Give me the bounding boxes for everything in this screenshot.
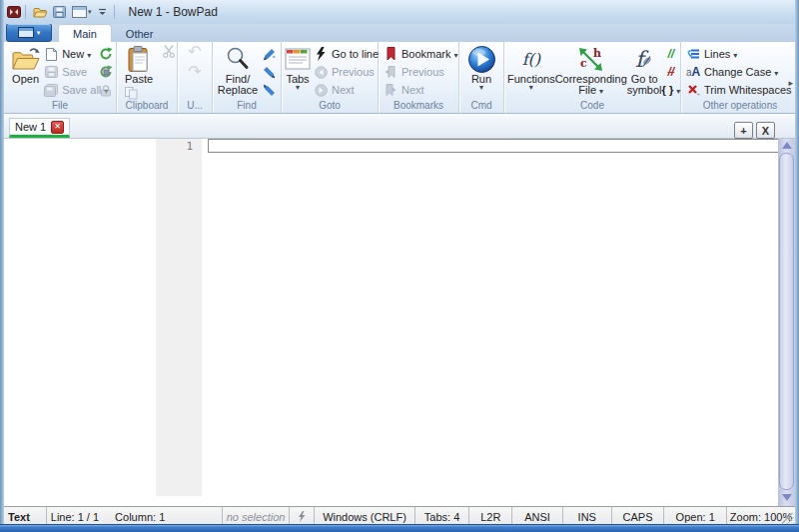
find-previous-button[interactable] xyxy=(262,81,276,99)
app-menu-window-icon xyxy=(18,27,34,38)
save-icon xyxy=(53,6,66,18)
chevron-down-icon: ▾ xyxy=(529,85,533,91)
save-all-icon xyxy=(44,83,58,97)
tabs-button[interactable]: Tabs ▾ xyxy=(285,43,311,99)
scroll-down-button[interactable] xyxy=(778,490,795,505)
write-protect-button[interactable] xyxy=(99,81,113,99)
window-border-bottom xyxy=(0,524,799,532)
find-mark-button[interactable] xyxy=(262,45,276,63)
find-next-button[interactable] xyxy=(262,63,276,81)
status-bar: Text Line: 1 / 1 Column: 1 no selection … xyxy=(4,506,795,526)
ribbon-overflow-arrow-icon[interactable]: ▸ xyxy=(788,78,793,88)
scroll-up-button[interactable] xyxy=(778,138,795,153)
run-button[interactable]: Run ▾ xyxy=(462,43,500,99)
ribbon-group-file: Open New Save Save all xyxy=(4,42,117,113)
scrollbar-thumb[interactable] xyxy=(779,153,794,490)
reload-encoding-button[interactable] xyxy=(99,63,113,81)
window-title: New 1 - BowPad xyxy=(129,5,218,19)
qat-customize-button[interactable] xyxy=(95,3,110,21)
qat-window-button[interactable]: ▾ xyxy=(69,3,95,21)
corresponding-file-button[interactable]: hc Corresponding File xyxy=(555,43,627,99)
ribbon-group-find: Find/ Replace Find xyxy=(213,42,282,113)
scissors-icon xyxy=(162,45,175,58)
uncomment-button[interactable]: // xyxy=(668,63,675,81)
change-case-button[interactable]: aA Change Case xyxy=(686,63,792,81)
change-case-icon: aA xyxy=(686,65,700,79)
bookmark-next-button[interactable]: Next xyxy=(384,81,458,99)
document-tab-label: New 1 xyxy=(15,121,46,133)
file-tree-panel[interactable] xyxy=(4,138,156,506)
folder-open-icon xyxy=(33,6,47,18)
save-button[interactable]: Save xyxy=(44,63,98,81)
ribbon-tab-other[interactable]: Other xyxy=(112,25,168,42)
document-tab-new1[interactable]: New 1 ✕ xyxy=(9,118,70,138)
open-button[interactable]: Open xyxy=(7,43,44,99)
braces-icon: { } xyxy=(662,84,681,96)
group-label-goto: Goto xyxy=(282,100,378,111)
ribbon-tab-row: ▾ Main Other xyxy=(4,24,795,42)
pen-flag-icon xyxy=(262,83,276,97)
magnifier-icon xyxy=(225,44,251,74)
chevron-down-icon: ▾ xyxy=(479,85,483,91)
go-to-line-button[interactable]: Go to line xyxy=(314,45,379,63)
add-tab-button[interactable]: + xyxy=(734,122,753,139)
redo-button[interactable]: ↷ xyxy=(188,63,201,81)
ribbon-group-code: f() Functions ▾ hc Corresponding File f … xyxy=(504,42,681,113)
functions-button[interactable]: f() Functions ▾ xyxy=(507,43,555,99)
bookmark-icon xyxy=(384,47,398,61)
ribbon-group-clipboard: Paste Clipboard xyxy=(117,42,178,113)
group-label-clipboard: Clipboard xyxy=(117,100,177,111)
circle-arrow-right-icon xyxy=(314,83,328,97)
document-tab-bar: New 1 ✕ + X xyxy=(4,114,795,139)
ribbon-group-cmd: Run ▾ Cmd xyxy=(459,42,504,113)
corresponding-file-icon: hc xyxy=(577,44,604,74)
copy-button[interactable] xyxy=(125,87,138,100)
braces-button[interactable]: { } xyxy=(662,81,681,99)
paste-clipboard-icon xyxy=(128,44,150,74)
find-replace-button[interactable]: Find/ Replace xyxy=(216,43,260,99)
close-tab-button[interactable]: X xyxy=(756,122,775,139)
tab-close-icon[interactable]: ✕ xyxy=(51,121,64,134)
lines-icon xyxy=(686,47,700,61)
run-play-icon xyxy=(467,44,496,74)
undo-button[interactable]: ↶ xyxy=(188,43,201,61)
ribbon-tab-main[interactable]: Main xyxy=(58,24,112,42)
group-label-file: File xyxy=(4,100,116,111)
ribbon-group-goto: Tabs ▾ Go to line Previous Next xyxy=(282,42,379,113)
line-number: 1 xyxy=(156,138,202,153)
svg-text:h: h xyxy=(593,47,601,60)
goto-next-button[interactable]: Next xyxy=(314,81,379,99)
qat-open-button[interactable] xyxy=(30,3,50,21)
circle-arrow-left-icon xyxy=(314,65,328,79)
cut-button[interactable] xyxy=(162,45,175,58)
bowpad-window: ▾ New 1 - BowPad ▾ Main Other Open xyxy=(0,0,799,532)
text-editor[interactable] xyxy=(202,138,778,506)
reload-button[interactable] xyxy=(99,45,113,63)
bookmark-previous-button[interactable]: Previous xyxy=(384,63,458,81)
lines-button[interactable]: Lines xyxy=(686,45,792,63)
mini-bolt-icon xyxy=(298,511,306,522)
group-label-code: Code xyxy=(504,100,680,111)
save-all-button[interactable]: Save all xyxy=(44,81,98,99)
goto-previous-button[interactable]: Previous xyxy=(314,63,379,81)
save-icon xyxy=(44,65,58,79)
app-logo-icon xyxy=(7,6,21,18)
customize-qat-icon xyxy=(98,8,107,16)
trim-whitespaces-button[interactable]: Trim Whitespaces xyxy=(686,81,792,99)
copy-icon xyxy=(125,87,138,100)
bookmark-previous-icon xyxy=(384,65,398,79)
line-number-gutter: 1 xyxy=(156,138,202,496)
application-menu-button[interactable]: ▾ xyxy=(6,23,52,42)
go-to-symbol-button[interactable]: f Go to symbol xyxy=(627,43,662,99)
trim-x-icon xyxy=(686,83,700,97)
status-line: Line: 1 / 1 xyxy=(51,511,99,523)
new-button[interactable]: New xyxy=(44,45,98,63)
bookmark-button[interactable]: Bookmark xyxy=(384,45,458,63)
comment-button[interactable]: // xyxy=(668,45,675,63)
uncomment-slashes-icon: // xyxy=(668,65,675,79)
vertical-scrollbar[interactable] xyxy=(778,138,795,506)
ribbon-group-other-operations: Lines aA Change Case Trim Whitespaces Ot… xyxy=(681,42,799,113)
lock-icon xyxy=(99,83,113,97)
ribbon-group-undo: ↶ ↷ U... xyxy=(178,42,213,113)
qat-save-button[interactable] xyxy=(50,3,69,21)
